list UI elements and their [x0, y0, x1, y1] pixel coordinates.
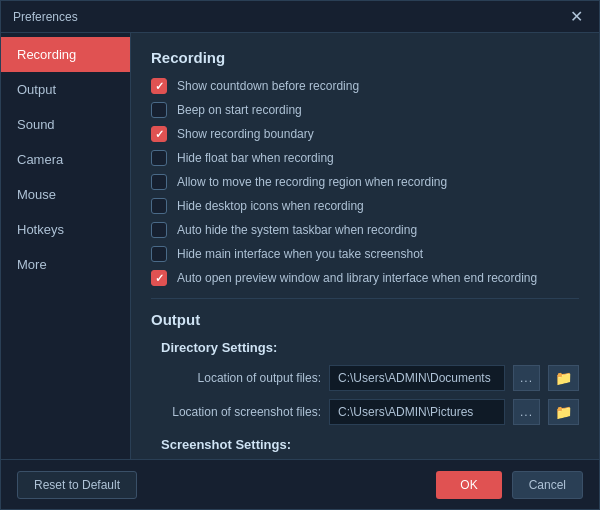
sidebar: Recording Output Sound Camera Mouse Hotk…	[1, 33, 131, 459]
checkbox-floatbar[interactable]	[151, 150, 167, 166]
dialog-title: Preferences	[13, 10, 78, 24]
checkbox-move[interactable]	[151, 174, 167, 190]
footer: Reset to Default OK Cancel	[1, 459, 599, 509]
checkbox-preview[interactable]	[151, 270, 167, 286]
checkbox-row-move: Allow to move the recording region when …	[151, 174, 579, 190]
section-divider	[151, 298, 579, 299]
output-section: Output Directory Settings: Location of o…	[151, 311, 579, 459]
footer-actions: OK Cancel	[436, 471, 583, 499]
checkbox-preview-label: Auto open preview window and library int…	[177, 271, 537, 285]
cancel-button[interactable]: Cancel	[512, 471, 583, 499]
ok-button[interactable]: OK	[436, 471, 501, 499]
checkbox-row-boundary: Show recording boundary	[151, 126, 579, 142]
checkbox-desktop-icons-label: Hide desktop icons when recording	[177, 199, 364, 213]
dialog-content: Recording Output Sound Camera Mouse Hotk…	[1, 33, 599, 459]
sidebar-item-recording[interactable]: Recording	[1, 37, 130, 72]
checkbox-countdown[interactable]	[151, 78, 167, 94]
titlebar: Preferences ✕	[1, 1, 599, 33]
checkbox-floatbar-label: Hide float bar when recording	[177, 151, 334, 165]
sidebar-item-mouse[interactable]: Mouse	[1, 177, 130, 212]
preferences-dialog: Preferences ✕ Recording Output Sound Cam…	[0, 0, 600, 510]
checkbox-row-countdown: Show countdown before recording	[151, 78, 579, 94]
sidebar-item-sound[interactable]: Sound	[1, 107, 130, 142]
checkbox-row-preview: Auto open preview window and library int…	[151, 270, 579, 286]
output-files-row: Location of output files: ... 📁	[151, 365, 579, 391]
checkbox-beep[interactable]	[151, 102, 167, 118]
sidebar-item-camera[interactable]: Camera	[1, 142, 130, 177]
output-files-dots-button[interactable]: ...	[513, 365, 540, 391]
checkbox-boundary-label: Show recording boundary	[177, 127, 314, 141]
sidebar-item-hotkeys[interactable]: Hotkeys	[1, 212, 130, 247]
checkbox-beep-label: Beep on start recording	[177, 103, 302, 117]
output-files-folder-button[interactable]: 📁	[548, 365, 579, 391]
checkbox-desktop-icons[interactable]	[151, 198, 167, 214]
directory-settings-title: Directory Settings:	[161, 340, 579, 355]
checkbox-row-main-interface: Hide main interface when you take screen…	[151, 246, 579, 262]
checkbox-taskbar-label: Auto hide the system taskbar when record…	[177, 223, 417, 237]
sidebar-item-output[interactable]: Output	[1, 72, 130, 107]
screenshot-files-folder-button[interactable]: 📁	[548, 399, 579, 425]
checkbox-row-taskbar: Auto hide the system taskbar when record…	[151, 222, 579, 238]
main-panel: Recording Show countdown before recordin…	[131, 33, 599, 459]
checkbox-row-desktop-icons: Hide desktop icons when recording	[151, 198, 579, 214]
checkbox-row-beep: Beep on start recording	[151, 102, 579, 118]
recording-section-title: Recording	[151, 49, 579, 66]
sidebar-item-more[interactable]: More	[1, 247, 130, 282]
screenshot-files-input[interactable]	[329, 399, 505, 425]
checkbox-countdown-label: Show countdown before recording	[177, 79, 359, 93]
checkbox-row-floatbar: Hide float bar when recording	[151, 150, 579, 166]
screenshot-files-dots-button[interactable]: ...	[513, 399, 540, 425]
output-files-input[interactable]	[329, 365, 505, 391]
checkbox-main-interface[interactable]	[151, 246, 167, 262]
screenshot-files-label: Location of screenshot files:	[151, 405, 321, 419]
screenshot-settings-title: Screenshot Settings:	[161, 437, 579, 452]
checkbox-boundary[interactable]	[151, 126, 167, 142]
output-files-label: Location of output files:	[151, 371, 321, 385]
checkbox-main-interface-label: Hide main interface when you take screen…	[177, 247, 423, 261]
output-section-title: Output	[151, 311, 579, 328]
screenshot-files-row: Location of screenshot files: ... 📁	[151, 399, 579, 425]
checkbox-move-label: Allow to move the recording region when …	[177, 175, 447, 189]
close-button[interactable]: ✕	[566, 9, 587, 25]
checkbox-taskbar[interactable]	[151, 222, 167, 238]
reset-button[interactable]: Reset to Default	[17, 471, 137, 499]
